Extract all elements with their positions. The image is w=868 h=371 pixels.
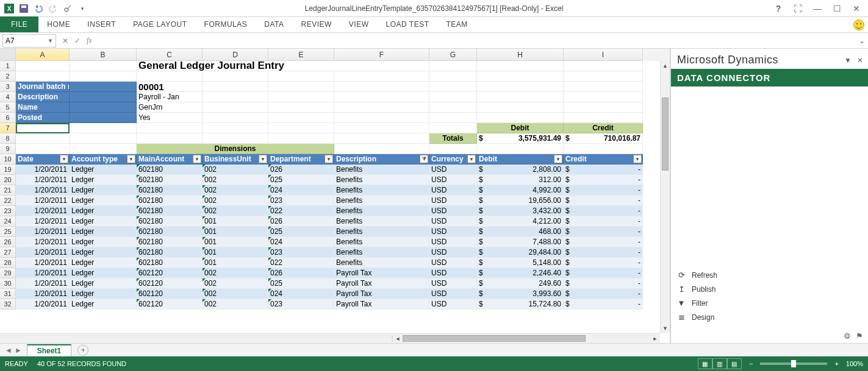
filter-dropdown-icon[interactable]: ▼ <box>193 155 201 163</box>
cell-currency[interactable]: USD <box>429 216 477 227</box>
cell[interactable] <box>477 144 564 154</box>
cell-description[interactable]: Benefits <box>334 164 429 175</box>
cell[interactable] <box>268 113 334 123</box>
filter-dropdown-icon[interactable]: ▼ <box>259 155 267 163</box>
row-header[interactable]: 32 <box>0 299 16 309</box>
sheet-nav-next-icon[interactable]: ► <box>15 346 22 355</box>
cell[interactable] <box>477 102 564 113</box>
cell-department[interactable]: 022 <box>268 206 334 216</box>
cell[interactable] <box>268 92 334 102</box>
cell-main-account[interactable]: 602120 <box>137 289 203 299</box>
row-header[interactable]: 2 <box>0 71 16 82</box>
cell-main-account[interactable]: 602180 <box>137 237 203 247</box>
cell[interactable] <box>429 71 477 82</box>
cell[interactable] <box>334 71 429 82</box>
cell-date[interactable]: 1/20/2011 <box>16 247 70 258</box>
vertical-scroll-thumb[interactable] <box>662 97 669 171</box>
cell[interactable] <box>268 82 334 92</box>
cell[interactable] <box>429 113 477 123</box>
cell-account-type[interactable]: Ledger <box>70 278 137 289</box>
cell-date[interactable]: 1/20/2011 <box>16 206 70 216</box>
cell-credit[interactable]: $- <box>564 289 643 299</box>
view-normal-icon[interactable]: ▦ <box>698 358 712 369</box>
table-header-date[interactable]: Date▼ <box>16 154 70 164</box>
cell-currency[interactable]: USD <box>429 185 477 196</box>
meta-label[interactable]: Description <box>16 92 70 102</box>
row-header[interactable]: 24 <box>0 216 16 227</box>
col-header-A[interactable]: A <box>16 49 70 61</box>
tab-view[interactable]: VIEW <box>340 16 378 32</box>
cell-description[interactable]: Benefits <box>334 216 429 227</box>
vertical-scrollbar[interactable]: ▲ ▼ <box>660 61 670 333</box>
maximize-button[interactable]: ☐ <box>828 2 846 15</box>
cell-credit[interactable]: $- <box>564 175 643 185</box>
cell-description[interactable]: Benefits <box>334 227 429 237</box>
cell-description[interactable]: Benefits <box>334 175 429 185</box>
cell-account-type[interactable]: Ledger <box>70 237 137 247</box>
insert-function-icon[interactable]: fx <box>87 36 92 45</box>
cell[interactable] <box>477 61 564 71</box>
cell-description[interactable]: Benefits <box>334 237 429 247</box>
cell-business-unit[interactable]: 001 <box>203 247 268 258</box>
filter-dropdown-icon[interactable]: ▼ <box>467 155 476 163</box>
cell[interactable] <box>334 92 429 102</box>
cell[interactable] <box>70 123 137 133</box>
cell-credit[interactable]: $- <box>564 247 643 258</box>
cell-department[interactable]: 023 <box>268 299 334 309</box>
cell-date[interactable]: 1/20/2011 <box>16 289 70 299</box>
row-header[interactable]: 5 <box>0 102 16 113</box>
formula-input[interactable] <box>98 34 856 48</box>
cell[interactable] <box>564 144 643 154</box>
cell[interactable] <box>429 61 477 71</box>
cell-credit[interactable]: $- <box>564 206 643 216</box>
cell-debit[interactable]: $4,992.00 <box>477 185 564 196</box>
cell-debit[interactable]: $4,212.00 <box>477 216 564 227</box>
cell[interactable] <box>268 71 334 82</box>
cell-account-type[interactable]: Ledger <box>70 258 137 268</box>
meta-value[interactable]: Payroll - Jan <box>137 92 203 102</box>
cell[interactable] <box>203 113 268 123</box>
cell-main-account[interactable]: 602180 <box>137 258 203 268</box>
row-header[interactable]: 31 <box>0 289 16 299</box>
row-header[interactable]: 8 <box>0 133 16 144</box>
cell-date[interactable]: 1/20/2011 <box>16 268 70 278</box>
cell[interactable] <box>137 71 203 82</box>
meta-label[interactable]: Name <box>16 102 70 113</box>
totals-debit-label[interactable]: Debit <box>477 123 564 133</box>
cell-account-type[interactable]: Ledger <box>70 206 137 216</box>
cell-date[interactable]: 1/20/2011 <box>16 216 70 227</box>
cell[interactable] <box>477 92 564 102</box>
cell-account-type[interactable]: Ledger <box>70 299 137 309</box>
cell-business-unit[interactable]: 002 <box>203 196 268 206</box>
tab-data[interactable]: DATA <box>256 16 292 32</box>
action-design[interactable]: ≣Design <box>677 310 862 324</box>
cell-business-unit[interactable]: 002 <box>203 206 268 216</box>
minimize-button[interactable]: — <box>808 2 827 15</box>
cell-debit[interactable]: $7,488.00 <box>477 237 564 247</box>
view-page-layout-icon[interactable]: ▥ <box>712 358 727 369</box>
cell-department[interactable]: 024 <box>268 185 334 196</box>
meta-value[interactable]: 00001 <box>137 82 203 92</box>
cell-account-type[interactable]: Ledger <box>70 164 137 175</box>
cell[interactable] <box>16 144 70 154</box>
view-page-break-icon[interactable]: ▤ <box>727 358 742 369</box>
cell-department[interactable]: 026 <box>268 216 334 227</box>
cell-date[interactable]: 1/20/2011 <box>16 299 70 309</box>
row-header[interactable]: 1 <box>0 61 16 71</box>
cell-currency[interactable]: USD <box>429 206 477 216</box>
cell[interactable] <box>334 82 429 92</box>
cell-main-account[interactable]: 602180 <box>137 196 203 206</box>
meta-label-ext[interactable] <box>70 102 137 113</box>
row-header[interactable]: 25 <box>0 227 16 237</box>
meta-label[interactable]: Journal batch number <box>16 82 70 92</box>
row-header[interactable]: 29 <box>0 268 16 278</box>
row-header[interactable]: 9 <box>0 144 16 154</box>
cell-business-unit[interactable]: 002 <box>203 299 268 309</box>
row-header[interactable]: 22 <box>0 196 16 206</box>
cell-main-account[interactable]: 602180 <box>137 227 203 237</box>
cell-description[interactable]: Payroll Tax <box>334 278 429 289</box>
help-icon[interactable]: ? <box>769 2 787 15</box>
tab-review[interactable]: REVIEW <box>292 16 340 32</box>
row-header[interactable]: 7 <box>0 123 16 133</box>
row-header[interactable]: 6 <box>0 113 16 123</box>
